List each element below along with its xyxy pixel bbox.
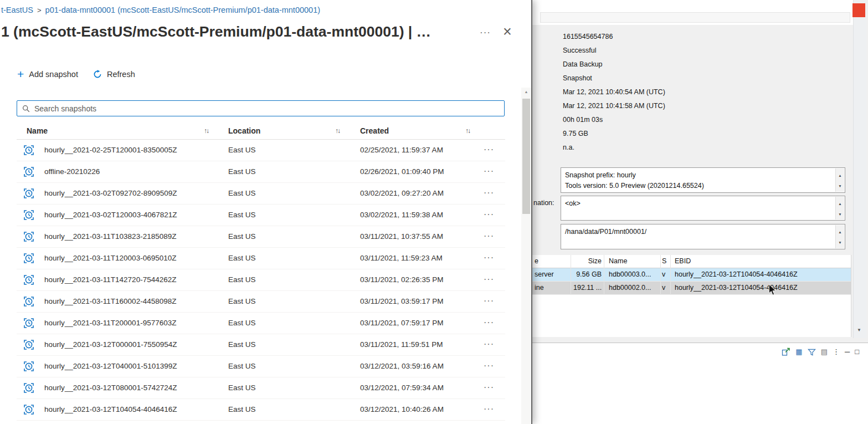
additional-information-scroll-buttons[interactable]: ▲ ▼ (835, 197, 844, 219)
table-row[interactable]: hourly__2021-03-11T120003-0695010Z East … (17, 248, 505, 269)
scroll-down-icon[interactable]: ▼ (838, 181, 841, 191)
row-menu-button[interactable]: ··· (484, 296, 494, 306)
background-horizontal-scrollbar[interactable] (540, 12, 850, 23)
close-icon[interactable]: × (503, 23, 512, 40)
table-row[interactable]: hourly__2021-03-12T040001-5101399Z East … (17, 356, 505, 377)
snapshot-location: East US (228, 319, 256, 327)
panel-menu-button[interactable]: ··· (480, 27, 491, 38)
scroll-up-icon[interactable]: ▲ (838, 198, 841, 209)
table-row[interactable]: hourly__2021-03-11T142720-7544262Z East … (17, 269, 505, 291)
maximize-icon[interactable]: □ (855, 347, 859, 357)
comment-textbox[interactable]: Snapshot prefix: hourly Tools version: 5… (561, 167, 845, 193)
scrollbar-marker[interactable] (852, 3, 865, 17)
files-col-name[interactable]: Name (604, 255, 661, 268)
row-menu-button[interactable]: ··· (484, 145, 494, 155)
files-table-row[interactable]: ine 192.11 ... hdb00002.0... v hourly__2… (532, 282, 851, 295)
snapshot-icon (23, 209, 35, 221)
breadcrumb-current-link[interactable]: p01-data-mnt00001 (mcScott-EastUS/mcScot… (45, 6, 320, 14)
row-menu-button[interactable]: ··· (484, 318, 494, 328)
table-row[interactable]: hourly__2021-03-11T103823-2185089Z East … (17, 226, 505, 248)
comment-scroll-buttons[interactable]: ▲ ▼ (835, 168, 844, 192)
snapshot-created: 03/02/2021, 09:27:20 AM (360, 189, 444, 197)
row-menu-button[interactable]: ··· (484, 274, 494, 284)
files-col-size[interactable]: Size (571, 255, 604, 268)
snapshot-created: 03/11/2021, 10:37:55 AM (360, 232, 443, 241)
table-row[interactable]: hourly__2021-03-12T080001-5742724Z East … (17, 377, 505, 399)
snapshots-table: hourly__2021-02-25T120001-8350005Z East … (17, 140, 505, 421)
column-header-created[interactable]: Created (360, 126, 389, 135)
files-col-ebid[interactable]: EBID (671, 255, 851, 268)
table-view-icon[interactable]: ▤ (821, 347, 828, 357)
scroll-up-icon[interactable]: ▲ (521, 88, 531, 96)
row-menu-button[interactable]: ··· (484, 210, 494, 219)
file-size: 192.11 ... (571, 282, 604, 295)
search-input[interactable] (34, 104, 499, 113)
snapshot-name: offline-20210226 (44, 167, 100, 176)
scrollbar-thumb[interactable] (522, 99, 530, 214)
bottom-panel: ▦ ▤ ⋮ ─ □ (532, 343, 868, 424)
row-menu-button[interactable]: ··· (484, 339, 494, 349)
table-row[interactable]: hourly__2021-02-25T120001-8350005Z East … (17, 140, 505, 161)
minimize-icon[interactable]: ─ (845, 347, 850, 357)
table-row[interactable]: hourly__2021-03-02T092702-8909509Z East … (17, 183, 505, 205)
table-row[interactable]: hourly__2021-03-11T200001-9577603Z East … (17, 313, 505, 334)
location-textbox[interactable]: /hana/data/P01/mnt00001/ ▲ ▼ (561, 224, 845, 249)
file-state: v (661, 282, 671, 295)
refresh-button[interactable]: Refresh (93, 70, 135, 79)
refresh-icon (93, 70, 102, 79)
view-menu-dots-icon[interactable]: ⋮ (833, 347, 840, 357)
snapshot-created: 03/12/2021, 10:40:26 AM (360, 405, 444, 413)
file-ebid: hourly__2021-03-12T104054-4046416Z (671, 282, 851, 295)
snapshot-name: hourly__2021-03-11T142720-7544262Z (44, 275, 176, 284)
breadcrumb: t-EastUS>p01-data-mnt00001 (mcScott-East… (1, 6, 320, 14)
snapshot-name: hourly__2021-03-12T080001-5742724Z (44, 384, 177, 392)
row-menu-button[interactable]: ··· (484, 188, 494, 198)
search-box (17, 100, 505, 116)
mouse-cursor (768, 284, 777, 297)
row-menu-button[interactable]: ··· (484, 382, 494, 392)
snapshots-table-header: Name ↑↓ Location ↑↓ Created ↑↓ (17, 122, 505, 140)
table-row[interactable]: hourly__2021-03-11T160002-4458098Z East … (17, 291, 505, 313)
snapshot-location: East US (228, 211, 256, 219)
scroll-down-icon[interactable]: ▼ (838, 237, 841, 248)
detail-finished: Mar 12, 2021 10:41:58 AM (UTC) (563, 99, 665, 113)
row-menu-button[interactable]: ··· (484, 404, 494, 414)
row-menu-button[interactable]: ··· (484, 166, 494, 176)
row-menu-button[interactable]: ··· (484, 253, 494, 263)
filter-icon[interactable] (808, 348, 816, 356)
table-row[interactable]: hourly__2021-03-12T104054-4046416Z East … (17, 399, 505, 421)
snapshot-icon (23, 360, 35, 372)
column-header-location[interactable]: Location (228, 126, 260, 135)
additional-information-textbox[interactable]: <ok> ▲ ▼ (561, 196, 845, 221)
row-menu-button[interactable]: ··· (484, 231, 494, 241)
snapshot-created: 03/11/2021, 07:59:17 PM (360, 319, 444, 327)
snapshot-created: 02/25/2021, 11:59:37 AM (360, 146, 443, 154)
tree-view-icon[interactable]: ▦ (795, 347, 802, 357)
add-snapshot-button[interactable]: + Add snapshot (17, 69, 78, 80)
files-table-row[interactable]: server 9.56 GB hdb00003.0... v hourly__2… (532, 268, 851, 282)
snapshot-created: 03/11/2021, 11:59:23 AM (360, 254, 443, 262)
scroll-down-icon[interactable]: ▼ (838, 209, 841, 219)
location-scroll-buttons[interactable]: ▲ ▼ (835, 225, 844, 248)
files-col-service[interactable]: e (532, 255, 571, 268)
scroll-up-icon[interactable]: ▲ (838, 227, 841, 237)
table-row[interactable]: hourly__2021-03-02T120003-4067821Z East … (17, 205, 505, 226)
snapshot-created: 03/12/2021, 03:59:16 AM (360, 362, 444, 370)
scroll-down-icon[interactable]: ▼ (854, 325, 865, 336)
export-icon[interactable] (782, 348, 790, 356)
additional-information-label-fragment: nation: (533, 199, 554, 207)
table-row[interactable]: offline-20210226 East US 02/26/2021, 01:… (17, 161, 505, 183)
panel-scrollbar[interactable]: ▲ (521, 88, 531, 424)
row-menu-button[interactable]: ··· (484, 361, 494, 371)
file-ebid: hourly__2021-03-12T104054-4046416Z (671, 268, 851, 282)
snapshot-location: East US (228, 297, 256, 305)
scroll-up-icon[interactable]: ▲ (838, 170, 841, 181)
breadcrumb-root-link[interactable]: t-EastUS (1, 6, 33, 14)
add-snapshot-label: Add snapshot (29, 70, 78, 79)
background-vertical-scrollbar[interactable] (853, 0, 866, 338)
column-header-name[interactable]: Name (27, 126, 48, 135)
file-service: server (532, 268, 571, 282)
table-row[interactable]: hourly__2021-03-12T000001-7550954Z East … (17, 334, 505, 356)
files-col-state[interactable]: S (661, 255, 671, 268)
search-icon (22, 105, 30, 113)
